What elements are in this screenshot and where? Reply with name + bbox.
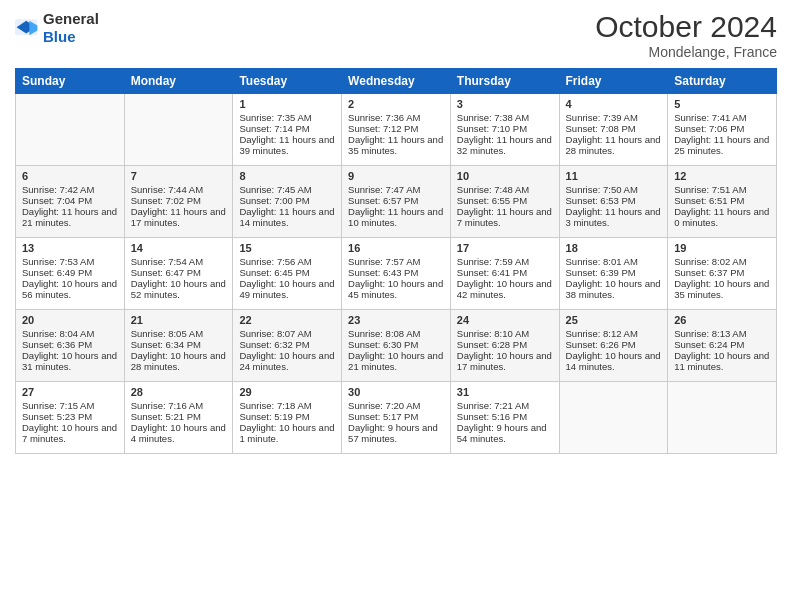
sunset: Sunset: 7:02 PM	[131, 195, 201, 206]
sunrise: Sunrise: 8:05 AM	[131, 328, 203, 339]
day-number: 8	[239, 170, 335, 182]
calendar-cell: 3Sunrise: 7:38 AMSunset: 7:10 PMDaylight…	[450, 94, 559, 166]
sunset: Sunset: 5:19 PM	[239, 411, 309, 422]
day-number: 12	[674, 170, 770, 182]
calendar-cell: 17Sunrise: 7:59 AMSunset: 6:41 PMDayligh…	[450, 238, 559, 310]
calendar-week-row: 13Sunrise: 7:53 AMSunset: 6:49 PMDayligh…	[16, 238, 777, 310]
daylight: Daylight: 11 hours and 28 minutes.	[566, 134, 661, 156]
calendar-week-row: 27Sunrise: 7:15 AMSunset: 5:23 PMDayligh…	[16, 382, 777, 454]
calendar-cell: 14Sunrise: 7:54 AMSunset: 6:47 PMDayligh…	[124, 238, 233, 310]
calendar-cell: 1Sunrise: 7:35 AMSunset: 7:14 PMDaylight…	[233, 94, 342, 166]
sunrise: Sunrise: 8:04 AM	[22, 328, 94, 339]
sunset: Sunset: 7:12 PM	[348, 123, 418, 134]
sunrise: Sunrise: 7:21 AM	[457, 400, 529, 411]
calendar-week-row: 1Sunrise: 7:35 AMSunset: 7:14 PMDaylight…	[16, 94, 777, 166]
logo-blue-text: Blue	[43, 28, 76, 45]
calendar-cell: 20Sunrise: 8:04 AMSunset: 6:36 PMDayligh…	[16, 310, 125, 382]
daylight: Daylight: 11 hours and 14 minutes.	[239, 206, 334, 228]
calendar-cell: 21Sunrise: 8:05 AMSunset: 6:34 PMDayligh…	[124, 310, 233, 382]
daylight: Daylight: 11 hours and 39 minutes.	[239, 134, 334, 156]
calendar-cell: 9Sunrise: 7:47 AMSunset: 6:57 PMDaylight…	[342, 166, 451, 238]
daylight: Daylight: 10 hours and 31 minutes.	[22, 350, 117, 372]
day-number: 15	[239, 242, 335, 254]
sunrise: Sunrise: 7:20 AM	[348, 400, 420, 411]
calendar-cell: 7Sunrise: 7:44 AMSunset: 7:02 PMDaylight…	[124, 166, 233, 238]
day-number: 3	[457, 98, 553, 110]
header-tuesday: Tuesday	[233, 69, 342, 94]
day-number: 6	[22, 170, 118, 182]
calendar-cell: 23Sunrise: 8:08 AMSunset: 6:30 PMDayligh…	[342, 310, 451, 382]
daylight: Daylight: 9 hours and 57 minutes.	[348, 422, 438, 444]
calendar-cell: 24Sunrise: 8:10 AMSunset: 6:28 PMDayligh…	[450, 310, 559, 382]
sunset: Sunset: 7:10 PM	[457, 123, 527, 134]
sunset: Sunset: 6:37 PM	[674, 267, 744, 278]
daylight: Daylight: 10 hours and 28 minutes.	[131, 350, 226, 372]
sunset: Sunset: 7:06 PM	[674, 123, 744, 134]
day-number: 28	[131, 386, 227, 398]
sunset: Sunset: 6:57 PM	[348, 195, 418, 206]
day-number: 18	[566, 242, 662, 254]
sunset: Sunset: 6:43 PM	[348, 267, 418, 278]
calendar-cell: 18Sunrise: 8:01 AMSunset: 6:39 PMDayligh…	[559, 238, 668, 310]
location: Mondelange, France	[595, 44, 777, 60]
sunrise: Sunrise: 7:45 AM	[239, 184, 311, 195]
calendar-cell: 2Sunrise: 7:36 AMSunset: 7:12 PMDaylight…	[342, 94, 451, 166]
day-number: 23	[348, 314, 444, 326]
sunset: Sunset: 6:53 PM	[566, 195, 636, 206]
calendar-week-row: 6Sunrise: 7:42 AMSunset: 7:04 PMDaylight…	[16, 166, 777, 238]
daylight: Daylight: 10 hours and 42 minutes.	[457, 278, 552, 300]
calendar-cell	[16, 94, 125, 166]
calendar-cell: 6Sunrise: 7:42 AMSunset: 7:04 PMDaylight…	[16, 166, 125, 238]
sunrise: Sunrise: 8:07 AM	[239, 328, 311, 339]
sunset: Sunset: 6:34 PM	[131, 339, 201, 350]
sunset: Sunset: 5:16 PM	[457, 411, 527, 422]
calendar-table: Sunday Monday Tuesday Wednesday Thursday…	[15, 68, 777, 454]
sunset: Sunset: 5:17 PM	[348, 411, 418, 422]
sunset: Sunset: 6:24 PM	[674, 339, 744, 350]
daylight: Daylight: 10 hours and 56 minutes.	[22, 278, 117, 300]
daylight: Daylight: 11 hours and 35 minutes.	[348, 134, 443, 156]
daylight: Daylight: 11 hours and 7 minutes.	[457, 206, 552, 228]
sunrise: Sunrise: 7:35 AM	[239, 112, 311, 123]
calendar-cell: 8Sunrise: 7:45 AMSunset: 7:00 PMDaylight…	[233, 166, 342, 238]
day-number: 2	[348, 98, 444, 110]
daylight: Daylight: 10 hours and 14 minutes.	[566, 350, 661, 372]
day-number: 20	[22, 314, 118, 326]
sunrise: Sunrise: 7:42 AM	[22, 184, 94, 195]
sunrise: Sunrise: 7:57 AM	[348, 256, 420, 267]
sunrise: Sunrise: 7:16 AM	[131, 400, 203, 411]
sunset: Sunset: 7:14 PM	[239, 123, 309, 134]
calendar-cell	[668, 382, 777, 454]
sunset: Sunset: 7:04 PM	[22, 195, 92, 206]
sunrise: Sunrise: 7:50 AM	[566, 184, 638, 195]
daylight: Daylight: 11 hours and 0 minutes.	[674, 206, 769, 228]
header-thursday: Thursday	[450, 69, 559, 94]
sunrise: Sunrise: 7:39 AM	[566, 112, 638, 123]
daylight: Daylight: 11 hours and 25 minutes.	[674, 134, 769, 156]
calendar-cell	[124, 94, 233, 166]
sunrise: Sunrise: 7:53 AM	[22, 256, 94, 267]
title-block: October 2024 Mondelange, France	[595, 10, 777, 60]
logo-icon	[15, 19, 39, 37]
daylight: Daylight: 11 hours and 17 minutes.	[131, 206, 226, 228]
calendar-cell: 27Sunrise: 7:15 AMSunset: 5:23 PMDayligh…	[16, 382, 125, 454]
sunrise: Sunrise: 7:44 AM	[131, 184, 203, 195]
day-number: 27	[22, 386, 118, 398]
day-number: 4	[566, 98, 662, 110]
daylight: Daylight: 10 hours and 11 minutes.	[674, 350, 769, 372]
header-saturday: Saturday	[668, 69, 777, 94]
sunrise: Sunrise: 7:36 AM	[348, 112, 420, 123]
daylight: Daylight: 10 hours and 49 minutes.	[239, 278, 334, 300]
daylight: Daylight: 11 hours and 3 minutes.	[566, 206, 661, 228]
calendar-header-row: Sunday Monday Tuesday Wednesday Thursday…	[16, 69, 777, 94]
daylight: Daylight: 10 hours and 4 minutes.	[131, 422, 226, 444]
sunset: Sunset: 7:00 PM	[239, 195, 309, 206]
sunset: Sunset: 6:30 PM	[348, 339, 418, 350]
day-number: 26	[674, 314, 770, 326]
logo-general-text: General	[43, 10, 99, 27]
daylight: Daylight: 10 hours and 21 minutes.	[348, 350, 443, 372]
day-number: 9	[348, 170, 444, 182]
sunrise: Sunrise: 7:51 AM	[674, 184, 746, 195]
day-number: 22	[239, 314, 335, 326]
day-number: 7	[131, 170, 227, 182]
